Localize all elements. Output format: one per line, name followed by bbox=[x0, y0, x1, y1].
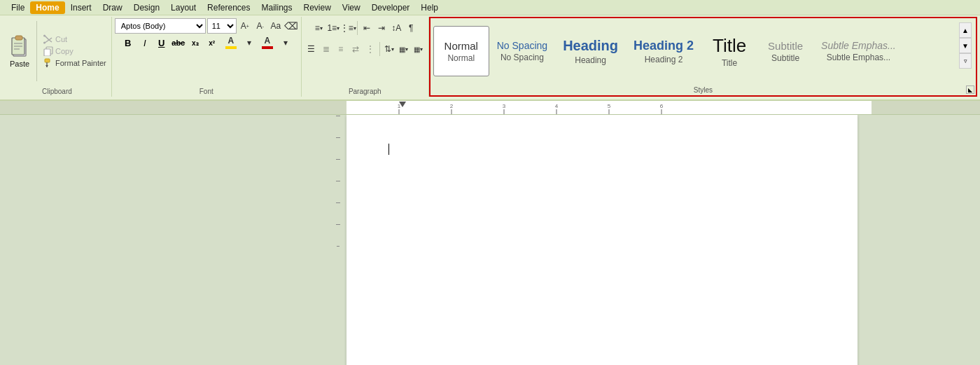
underline-button[interactable]: U bbox=[154, 35, 169, 50]
clear-format-btn[interactable]: ⌫ bbox=[284, 19, 298, 33]
style-heading2[interactable]: Heading 2 Heading 2 bbox=[626, 26, 701, 76]
doc-margin-left bbox=[0, 115, 346, 365]
menu-bar: File Home Insert Draw Design Layout Refe… bbox=[0, 0, 980, 15]
menu-file[interactable]: File bbox=[6, 1, 30, 14]
styles-expand[interactable]: ▿ bbox=[959, 53, 972, 69]
multilevel-btn[interactable]: ⋮≡▾ bbox=[341, 21, 355, 35]
cut-button[interactable]: Cut bbox=[41, 34, 108, 45]
font-color-dropdown[interactable]: ▾ bbox=[279, 36, 293, 50]
clipboard-sub: Cut Copy Format Painter bbox=[41, 34, 108, 69]
menu-insert[interactable]: Insert bbox=[65, 1, 97, 14]
ribbon: Paste Cut Copy Format Painter Clipboard bbox=[0, 15, 980, 101]
superscript-button[interactable]: x² bbox=[204, 35, 220, 50]
font-content: Aptos (Body) 11 A+ A- Aa ⌫ B I U abc x₂ … bbox=[115, 18, 298, 95]
ruler-indent-marker[interactable] bbox=[399, 102, 406, 107]
italic-button[interactable]: I bbox=[137, 35, 153, 50]
side-tick-3 bbox=[336, 159, 340, 160]
style-subtitle[interactable]: Subtitle Subtitle bbox=[757, 26, 813, 76]
numbering-btn[interactable]: 1≡▾ bbox=[326, 21, 340, 35]
format-painter-button[interactable]: Format Painter bbox=[41, 57, 108, 69]
styles-content: Normal Normal No Spacing No Spacing Head… bbox=[433, 20, 973, 94]
style-normal-label: Normal bbox=[447, 53, 475, 63]
para-div2 bbox=[379, 42, 380, 56]
align-right-btn[interactable]: ≡ bbox=[334, 42, 348, 56]
font-group: Aptos (Body) 11 A+ A- Aa ⌫ B I U abc x₂ … bbox=[112, 17, 302, 97]
svg-rect-10 bbox=[45, 59, 50, 62]
justify-btn[interactable]: ⇄ bbox=[349, 42, 363, 56]
copy-button[interactable]: Copy bbox=[41, 46, 108, 57]
svg-text:6: 6 bbox=[660, 103, 664, 109]
style-subtitle-display: Subtitle bbox=[768, 40, 803, 52]
shading-btn[interactable]: ▦▾ bbox=[397, 42, 411, 56]
menu-home[interactable]: Home bbox=[30, 1, 64, 14]
copy-label: Copy bbox=[55, 47, 74, 55]
menu-developer[interactable]: Developer bbox=[366, 1, 416, 14]
style-normal[interactable]: Normal Normal bbox=[433, 26, 489, 76]
style-title[interactable]: Title Title bbox=[701, 26, 757, 76]
styles-group-label: Styles bbox=[430, 85, 976, 94]
style-no-spacing[interactable]: No Spacing No Spacing bbox=[489, 26, 555, 76]
paste-label: Paste bbox=[10, 60, 29, 68]
clipboard-group: Paste Cut Copy Format Painter Clipboard bbox=[3, 17, 112, 97]
menu-help[interactable]: Help bbox=[415, 1, 444, 14]
paste-icon bbox=[8, 34, 31, 60]
menu-references[interactable]: References bbox=[202, 1, 255, 14]
format-painter-label: Format Painter bbox=[55, 59, 106, 67]
decrease-indent-btn[interactable]: ⇤ bbox=[360, 21, 374, 35]
font-highlight-dropdown[interactable]: ▾ bbox=[242, 36, 256, 50]
line-spacing-btn[interactable]: ⇅▾ bbox=[382, 42, 396, 56]
para-row2: ☰ ≣ ≡ ⇄ ⋮ ⇅▾ ▦▾ ▦▾ bbox=[304, 39, 426, 59]
copy-icon bbox=[43, 46, 53, 56]
columns-btn[interactable]: ⋮ bbox=[363, 42, 377, 56]
ruler-gray-left bbox=[0, 101, 346, 114]
cut-label: Cut bbox=[55, 35, 67, 43]
side-ruler bbox=[336, 116, 342, 247]
bullets-btn[interactable]: ≡▾ bbox=[312, 21, 326, 35]
font-family-select[interactable]: Aptos (Body) bbox=[115, 18, 206, 34]
font-size-select[interactable]: 11 bbox=[207, 18, 237, 34]
menu-layout[interactable]: Layout bbox=[165, 1, 202, 14]
side-tick-6 bbox=[336, 224, 340, 225]
menu-draw[interactable]: Draw bbox=[97, 1, 128, 14]
para-row1: ≡▾ 1≡▾ ⋮≡▾ ⇤ ⇥ ↕A ¶ bbox=[312, 18, 418, 38]
font-color-btn[interactable]: A bbox=[258, 35, 277, 50]
borders-btn[interactable]: ▦▾ bbox=[412, 42, 426, 56]
clipboard-content: Paste Cut Copy Format Painter bbox=[6, 18, 108, 95]
side-tick-2 bbox=[336, 137, 340, 138]
svg-point-7 bbox=[43, 42, 46, 44]
para-div1 bbox=[357, 21, 358, 35]
style-heading1[interactable]: Heading Heading bbox=[555, 26, 626, 76]
style-subtle-emph[interactable]: Subtle Emphas... Subtle Emphas... bbox=[813, 26, 904, 76]
change-case-btn[interactable]: Aa bbox=[269, 19, 283, 33]
align-center-btn[interactable]: ≣ bbox=[319, 42, 333, 56]
bold-button[interactable]: B bbox=[120, 35, 136, 50]
increase-indent-btn[interactable]: ⇥ bbox=[374, 21, 388, 35]
increase-font-btn[interactable]: A+ bbox=[238, 19, 252, 33]
menu-mailings[interactable]: Mailings bbox=[255, 1, 298, 14]
font-row2: B I U abc x₂ x² A ▾ A ▾ bbox=[120, 35, 293, 50]
side-tick-main bbox=[337, 246, 340, 247]
styles-expand-btn[interactable]: ◣ bbox=[966, 85, 974, 94]
styles-scroll-up[interactable]: ▲ bbox=[959, 22, 972, 38]
style-heading2-display: Heading 2 bbox=[634, 39, 694, 53]
align-left-btn[interactable]: ☰ bbox=[304, 42, 318, 56]
svg-point-6 bbox=[43, 35, 46, 37]
menu-design[interactable]: Design bbox=[128, 1, 165, 14]
sort-btn[interactable]: ↕A bbox=[389, 21, 403, 35]
show-hide-btn[interactable]: ¶ bbox=[404, 21, 418, 35]
menu-view[interactable]: View bbox=[337, 1, 366, 14]
styles-scroll-down[interactable]: ▼ bbox=[959, 38, 972, 53]
font-highlight-btn[interactable]: A bbox=[221, 35, 241, 50]
paste-button[interactable]: Paste bbox=[6, 33, 34, 69]
style-normal-display: Normal bbox=[444, 40, 478, 52]
subscript-button[interactable]: x₂ bbox=[188, 35, 203, 50]
ruler: 1 2 3 4 5 6 bbox=[0, 101, 980, 115]
styles-scroll-area: ▲ ▼ ▿ bbox=[958, 20, 973, 83]
menu-review[interactable]: Review bbox=[298, 1, 337, 14]
strikethrough-button[interactable]: abc bbox=[171, 35, 186, 50]
ruler-ticks: 1 2 3 4 5 6 bbox=[346, 101, 872, 115]
decrease-font-btn[interactable]: A- bbox=[253, 19, 267, 33]
style-subtle-label: Subtle Emphas... bbox=[827, 53, 890, 62]
ruler-inner: 1 2 3 4 5 6 bbox=[346, 101, 872, 114]
document-page[interactable] bbox=[346, 115, 858, 365]
